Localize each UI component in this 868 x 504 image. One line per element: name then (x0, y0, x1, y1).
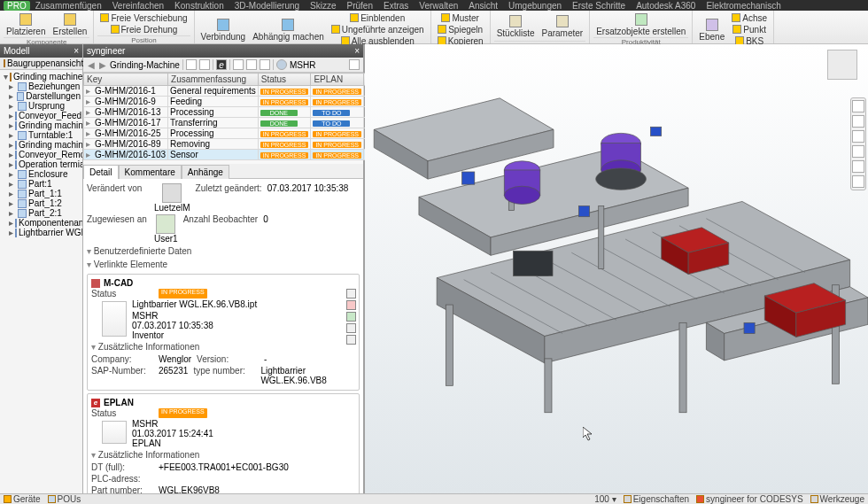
tree-item[interactable]: ▸Lightbarrier WGL.EK.96.VB8 (2, 228, 81, 237)
toolbar-icon[interactable] (246, 59, 257, 70)
menu-tab[interactable]: Konstruktion (169, 1, 229, 11)
menu-tab[interactable]: Extras (378, 1, 414, 11)
column-header[interactable]: Key (84, 74, 168, 86)
tab-attachments[interactable]: Anhänge (182, 165, 229, 179)
mcad-icon (91, 279, 100, 288)
menu-tab[interactable]: Erste Schritte (567, 1, 631, 11)
menu-tab[interactable]: Prüfen (342, 1, 378, 11)
free-move-button[interactable]: Freie Verschiebung (97, 12, 190, 24)
tree-item[interactable]: ▸Part:1 (2, 179, 81, 189)
create-button[interactable]: Erstellen (50, 12, 89, 37)
menu-tab[interactable]: 3D-Modellierung (229, 1, 305, 11)
column-header[interactable]: Zusammenfassung (168, 74, 259, 86)
tree-item[interactable]: ▸Conveyor_Feeding:1 (2, 111, 81, 120)
zoom-value[interactable]: 100 ▾ (594, 494, 616, 504)
tree-item[interactable]: ▸Part_1:2 (2, 198, 81, 208)
tab-detail[interactable]: Detail (83, 165, 119, 179)
close-icon[interactable]: × (354, 46, 360, 56)
plane-button[interactable]: Ebene (696, 12, 727, 47)
tree-item[interactable]: ▸Grinding machine:2 (2, 140, 81, 150)
refresh-icon[interactable] (346, 312, 356, 322)
tab-comments[interactable]: Kommentare (119, 165, 182, 179)
column-header[interactable]: EPLAN (311, 74, 364, 86)
show-button[interactable]: Einblenden (329, 12, 427, 24)
toolbar-icon[interactable] (233, 59, 244, 70)
breadcrumb[interactable]: Grinding-Machine (110, 60, 180, 70)
menu-tab[interactable]: Autodesk A360 (631, 1, 701, 11)
status-tab-syngineer[interactable]: syngineer for CODESYS (696, 494, 803, 504)
status-badge: IN PROGRESS (159, 408, 207, 418)
link-icon[interactable] (346, 323, 356, 333)
more-icon[interactable] (346, 335, 356, 345)
pattern-button[interactable]: Muster (435, 12, 486, 24)
section-linked-elements[interactable]: Verlinkte Elemente (87, 258, 360, 271)
changed-by-value: LuetzelM (154, 203, 190, 213)
tree-item[interactable]: ▸Grinding machine:1 (2, 120, 81, 130)
axis-button[interactable]: Achse (729, 12, 770, 24)
menu-tab[interactable]: Umgebungen (503, 1, 567, 11)
parameters-button[interactable]: Parameter (539, 12, 585, 41)
tree-item[interactable]: ▸Operation termial (2, 159, 81, 169)
tree-item[interactable]: ▸Ursprung (2, 101, 81, 111)
menu-tab[interactable]: Skizze (305, 1, 341, 11)
menu-tab[interactable]: Ansicht (463, 1, 503, 11)
show-unguided-button[interactable]: Ungeführte anzeigen (329, 24, 427, 35)
status-tab-tools[interactable]: Werkzeuge (810, 494, 864, 504)
tree-item[interactable]: ▸Beziehungen (2, 81, 81, 91)
section-custom-data[interactable]: Benutzerdefinierte Daten (87, 244, 360, 258)
delete-icon[interactable] (346, 300, 356, 310)
substitutes-button[interactable]: Ersatzobjekte erstellen (593, 12, 688, 37)
menu-tab[interactable]: Vereinfachen (107, 1, 169, 11)
avatar (156, 214, 175, 234)
free-rotate-button[interactable]: Freie Drehung (97, 24, 190, 35)
point-button[interactable]: Punkt (729, 24, 770, 35)
watchers-label: Anzahl Beobachter (183, 214, 259, 244)
tree-item[interactable]: ▸Turntable:1 (2, 130, 81, 140)
status-tab-devices[interactable]: Geräte (4, 494, 41, 504)
menu-tab-pro[interactable]: PRO (4, 1, 30, 11)
status-tab-pous[interactable]: POUs (48, 494, 81, 504)
back-icon[interactable]: ◀ (87, 60, 96, 70)
place-button[interactable]: Platzieren (4, 12, 48, 37)
status-tab-properties[interactable]: Eigenschaften (624, 494, 689, 504)
toolbar-icon[interactable] (186, 59, 197, 70)
tree-item[interactable]: ▸Part_1:1 (2, 189, 81, 198)
bom-button[interactable]: Stückliste (494, 12, 538, 41)
eplan-extra-header[interactable]: Zusätzliche Informationen (91, 448, 355, 461)
fwd-icon[interactable]: ▶ (98, 60, 107, 70)
close-icon[interactable]: × (74, 46, 79, 56)
thumbnail (102, 301, 127, 337)
tree-item[interactable]: ▸Komponentenanordnung 2:1 (2, 218, 81, 228)
mcad-extra-header[interactable]: Zusätzliche Informationen (91, 340, 355, 353)
toolbar-icon[interactable]: e (216, 59, 227, 70)
toolbar-icon[interactable] (260, 59, 270, 70)
last-changed-value: 07.03.2017 10:35:38 (267, 183, 349, 213)
toolbar-icon[interactable] (199, 59, 210, 70)
connect-button[interactable]: Verbindung (198, 12, 249, 47)
tree-item[interactable]: ▸Enclosure (2, 169, 81, 179)
watchers-value: 0 (263, 214, 268, 244)
tree-root[interactable]: ▾Grinding machine.iam (2, 72, 81, 81)
syngineer-toolbar: ◀ ▶ Grinding-Machine e MSHR (83, 58, 363, 73)
menu-tab[interactable]: Zusammenfügen (30, 1, 107, 11)
user-icon[interactable] (276, 59, 287, 70)
model-tree: ▾Grinding machine.iam ▸Beziehungen▸Darst… (0, 70, 82, 493)
edit-icon[interactable] (346, 289, 356, 299)
tree-item[interactable]: ▸Part_2:1 (2, 208, 81, 218)
ribbon: Platzieren Erstellen Komponente Freie Ve… (0, 11, 868, 44)
tree-item[interactable]: ▸Conveyor_Removal:1 (2, 150, 81, 159)
tree-item[interactable]: ▸Darstellungen (2, 91, 81, 101)
viewport-3d[interactable] (365, 44, 868, 493)
mirror-button[interactable]: Spiegeln (435, 24, 486, 35)
constrain-button[interactable]: Abhängig machen (250, 12, 327, 47)
mcad-user: MSHR (132, 311, 355, 321)
column-header[interactable]: Status (258, 74, 311, 86)
settings-icon[interactable] (349, 59, 360, 70)
detail-body: Verändert von LuetzelM Zuletzt geändert:… (83, 179, 363, 493)
menu-tab[interactable]: Verwalten (414, 1, 463, 11)
assembly-view-selector[interactable]: Baugruppenansicht ▾ (0, 58, 82, 70)
last-changed-label: Zuletzt geändert: (196, 183, 262, 213)
thumbnail (102, 421, 127, 444)
menu-tab[interactable]: Elektromechanisch (701, 1, 786, 11)
eplan-user: MSHR (132, 419, 355, 429)
